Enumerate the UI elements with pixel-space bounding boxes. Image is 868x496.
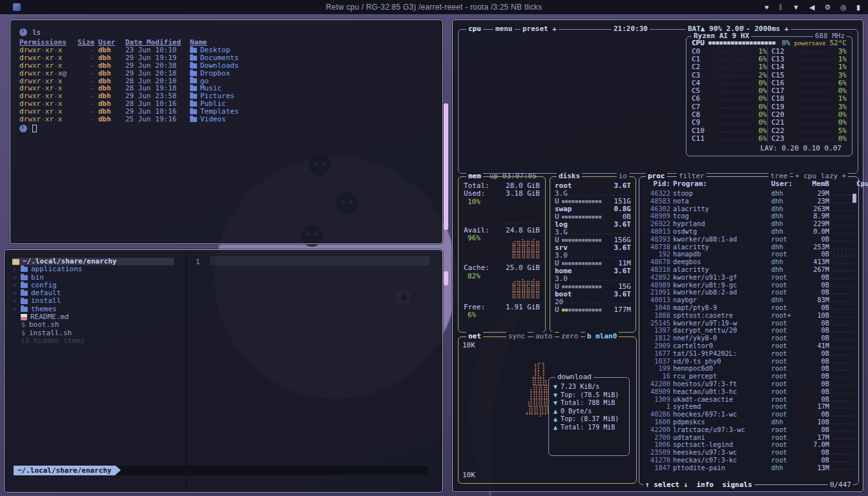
process-row[interactable]: 1847pttodite-paindhh13M.........0.0 [639,464,858,472]
powerline-arrow-icon [116,466,121,475]
folder-icon [21,275,28,280]
prompt-icon [19,28,27,36]
tree-item-boot.sh[interactable]: $boot.sh [12,321,185,329]
ls-size: - [78,116,94,123]
net-interface-label[interactable]: b mlan0 [585,332,619,340]
proc-footer-keys[interactable]: ↑ select ↓ info signals [643,480,754,489]
ls-date: 29 Jun 19:19 [125,54,186,62]
net-box-label[interactable]: net [466,332,483,340]
ls-name: Videos [190,116,433,123]
core-row: C6......................0%C18...........… [692,95,847,103]
prompt-icon [19,125,27,132]
cpu-freq-label: 688 MHz [813,32,847,40]
command-text: ls [32,28,41,37]
ls-listing: drwxr-xr-x-dbh23 Jun 10:10Desktopdrwxr-x… [19,46,433,123]
core-row: C1......................6%C13...........… [692,55,847,63]
folder-icon [21,291,28,296]
proc-percpu-button[interactable]: + cpu lazy + [793,172,848,180]
folder-icon [190,117,197,122]
mem-box: mem Total:28.0 GiBUsed:3.18 GiB10%······… [458,176,546,333]
cpu-governor: powersave [794,40,826,46]
net-box: net sync auto zero b mlan0 10K 10K ⢀⡀ ⢸⡇… [458,336,637,484]
mem-box-label[interactable]: mem [466,172,483,180]
terminal-window[interactable]: ls PermissionsSizeUserDate ModifiedName … [10,19,443,244]
hidden-items-note: (3 hidden item) [12,337,185,345]
pane-divider[interactable] [186,250,187,492]
net-scale-bottom: 10K [462,471,475,479]
net-sync-button[interactable]: sync [506,332,528,340]
preset-button[interactable]: preset + [521,25,559,33]
process-row[interactable]: 48013osdwtgdhh0.0M.........0.0 [639,228,858,236]
ls-name: Documents [190,54,433,62]
core-row: C10......................0%C22..........… [692,127,847,134]
proc-filter-button[interactable]: filter [677,172,707,180]
proc-scrollbar[interactable] [852,194,856,203]
heart-icon[interactable]: ♥ [765,0,769,14]
tree-item-applications[interactable]: ›applications [12,265,185,273]
process-row[interactable]: 48909heactao/u0t:3-hcroot0B.........0.0 [639,388,858,396]
wifi-icon[interactable]: ▼ [792,0,800,14]
ls-user: dbh [98,62,121,70]
folder-icon [190,56,197,61]
process-row[interactable]: 42200hoestos/u97:3-ftroot0B.........0.0 [639,380,858,388]
battery-icon[interactable]: ▮ [856,0,860,14]
folder-icon [190,71,197,76]
btop-window[interactable]: cpu menu preset + 21:20:30 BAT▲ 90% 2.00… [452,19,863,492]
process-row[interactable]: 42200lratctace/u97:3-wcroot0B.........0.… [639,426,858,434]
proc-count: 0/447 [828,480,853,489]
disks-io-label[interactable]: io [617,172,629,180]
core-row: C3......................2%C15...........… [692,71,847,79]
folder-icon [190,86,197,91]
ls-user: dbh [98,54,121,62]
proc-tree-button[interactable]: tree [769,172,790,180]
core-row: C5......................0%C17...........… [692,87,847,94]
process-row[interactable]: 2909carteltor0root41M.........0.0 [639,342,858,350]
process-row[interactable]: 1600pdpmskcsdhh10B.........0.0 [639,418,858,426]
ls-name: Downloads [190,62,433,70]
process-row[interactable]: 48583notadhh23M.........0.0 [639,198,858,205]
ls-row: drwxr-xr-x-dbh28 Jun 20:10go [19,78,433,85]
statusbar-tray: ♥ᛒ▼◀⚙◎▮ [765,0,860,14]
chevron-right-icon[interactable]: › [12,297,17,305]
net-zero-button[interactable]: zero [559,332,581,340]
cpu-model-label: Ryzen AI 9 HX [692,32,751,40]
proc-box-label[interactable]: proc [646,172,667,180]
process-row[interactable]: 41270heeckas/c07:3-kcroot0B.........0.0 [639,457,858,464]
bluetooth-icon[interactable]: ᛒ [778,0,783,14]
terminal-cursor[interactable] [32,125,37,132]
markdown-icon [21,314,27,320]
tree-item-install[interactable]: ›install [12,297,185,305]
file-manager-window[interactable]: ~/.local/share/enarchy›applications›bin›… [4,249,443,493]
process-row[interactable]: 1048mapt/pty8-9root0B.........0.0 [639,304,858,312]
ls-row: drwxr-xr-x@-dbh29 Jun 20:18Dropbox [19,70,433,78]
net-auto-button[interactable]: auto [533,332,555,340]
folder-icon [190,101,197,107]
ls-name: Pictures [190,92,433,100]
folder-icon [190,48,197,53]
path-chip: ~/.local/share/enarchy [14,466,116,475]
folder-icon [21,283,28,288]
chevron-right-icon[interactable]: › [12,265,17,273]
clock: 21:20:30 [612,25,650,33]
gear-icon[interactable]: ⚙ [824,0,831,14]
cpu-total-pct: 0% [780,39,790,47]
process-row[interactable]: 48393kworker/u88:1-adroot0B.........0.0 [639,236,858,243]
process-row[interactable]: 48310alacrittydhh267M.........0.0 [639,266,858,274]
process-row[interactable]: 1888spttost:casetreroot+10B.........0.0 [639,312,858,320]
record-icon[interactable]: ◎ [840,0,847,14]
process-row[interactable]: 1677tat/S1-9tP4202L:root0B.........0.0 [639,350,858,358]
core-row: C8......................0%C20...........… [692,110,847,118]
disks-box-label[interactable]: disks [557,172,582,180]
ls-size: - [78,54,94,62]
chevron-right-icon[interactable]: › [12,305,17,313]
folder-icon [190,109,197,114]
open-folder-icon [12,259,19,265]
ls-perms: drwxr-xr-x [19,116,74,123]
menu-button[interactable]: menu [493,25,515,33]
process-list[interactable]: 46322stoopdhh29M.........0.048583notadhh… [639,190,858,475]
statusbar-title: Retw cpu / RG-32:85 G3) /earret-reeet - … [0,3,868,12]
volume-icon[interactable]: ◀ [809,0,814,14]
cpu-box-label[interactable]: cpu [466,25,483,33]
process-row[interactable]: 42892kworker/u91:3-gfroot0B.........0.0 [639,274,858,282]
ls-date: 25 Jun 19:16 [125,116,186,123]
